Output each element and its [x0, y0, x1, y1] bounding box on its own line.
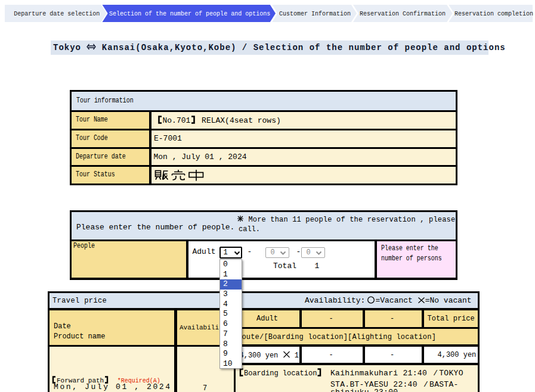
svg-text:Reservation completion: Reservation completion: [454, 11, 533, 17]
svg-text:Reservation Confirmation: Reservation Confirmation: [360, 11, 446, 17]
svg-text:Customer Information: Customer Information: [279, 11, 351, 17]
svg-text:Departure date selection: Departure date selection: [14, 11, 100, 17]
svg-text:Selection of the number of peo: Selection of the number of people and op…: [109, 11, 270, 17]
